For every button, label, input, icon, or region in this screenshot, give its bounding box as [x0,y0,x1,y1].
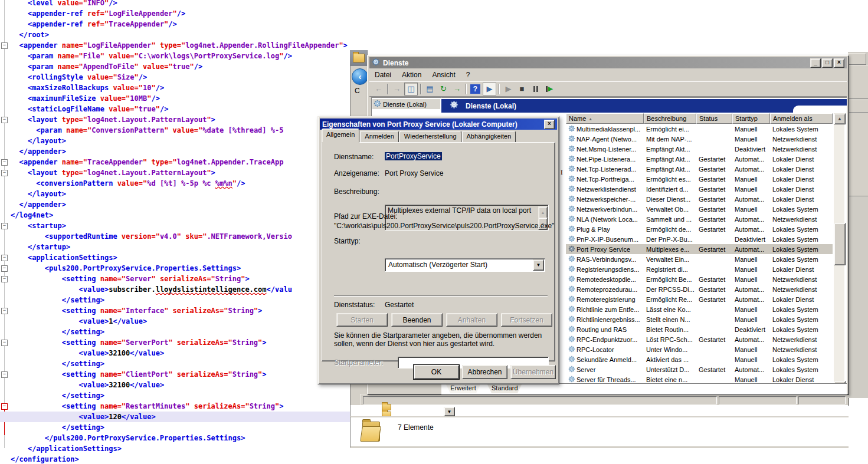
code-line[interactable]: </puls200.PortProxyService.Properties.Se… [0,433,361,443]
starttyp-combobox[interactable]: Automatisch (Verzögerter Start) ▼ [385,258,545,272]
menu-item-0[interactable]: Datei [369,70,397,80]
code-line[interactable]: <puls200.PortProxyService.Properties.Set… [0,263,361,274]
code-line[interactable]: <appender name="LogFileAppender" type="l… [0,40,361,51]
code-line[interactable]: <appender name="TraceAppender" type="log… [0,157,361,167]
table-row[interactable]: Registrierungsdiens...Registriert di...M… [566,264,833,274]
table-row[interactable]: Port Proxy ServiceMultiplexes e...Gestar… [566,244,833,254]
table-row[interactable]: Netzwerkspeicher-...Dieser Dienst...Gest… [566,194,833,204]
properties-icon[interactable]: ▤ [424,83,436,95]
stop-service-icon[interactable]: ■ [516,83,528,95]
code-line[interactable]: </layout> [0,189,361,199]
code-line[interactable]: <staticLogFileName value="true"/> [0,104,361,114]
code-line[interactable]: </appender> [0,199,361,210]
table-row[interactable]: Remoteprozedurau...Der RPCSS-Di...Gestar… [566,284,833,294]
column-header-status[interactable]: Status [696,113,732,124]
code-line[interactable]: <value>120</value> [0,412,361,422]
code-line[interactable]: </setting> [0,327,361,337]
code-line[interactable]: <maximumFileSize value="10MB"/> [0,93,361,104]
table-row[interactable]: Net.Tcp-Portfreiga...Ermöglicht es...Ges… [566,174,833,184]
table-row[interactable]: RPC-Endpunktzuor...Löst RPC-Sch...Gestar… [566,334,833,344]
fold-toggle-icon[interactable]: − [1,159,8,166]
code-line[interactable]: <setting name="ServerPort" serializeAs="… [0,337,361,348]
column-header-starttyp[interactable]: Starttyp [732,113,770,124]
restart-service-icon[interactable]: ▶ [543,83,555,95]
menu-item-2[interactable]: Ansicht [427,70,460,80]
minimize-button[interactable]: _ [810,58,821,68]
code-line[interactable]: </appender> [0,146,361,157]
start-service-icon[interactable]: ▶ [502,83,515,95]
back-icon[interactable]: ← [372,83,385,95]
abbrechen-button[interactable]: Abbrechen [462,365,507,379]
table-row[interactable]: Netzwerkverbindun...Verwaltet Ob...Gesta… [566,204,833,214]
fold-toggle-icon[interactable]: − [1,403,8,410]
ok-button[interactable]: OK [414,365,459,379]
table-row[interactable]: Multimediaklassenpl...Ermöglicht ei...Ma… [566,124,833,134]
forward-icon[interactable]: → [391,83,403,95]
table-row[interactable]: NLA (Network Loca...Sammelt und ...Gesta… [566,214,833,224]
code-line[interactable]: <value>subscriber.lloydslistintelligence… [0,284,361,295]
pause-service-icon[interactable] [529,83,542,95]
dialog-close-button[interactable]: × [544,120,555,129]
table-row[interactable]: NAP-Agent (Netwo...Mit dem NAP-...Manuel… [566,134,833,144]
code-line[interactable]: <startup> [0,221,361,231]
code-line[interactable]: <layout type="log4net.Layout.PatternLayo… [0,114,361,125]
table-row[interactable]: Server für Threads...Bietet eine n...Man… [566,374,833,383]
maximize-button[interactable]: □ [822,58,833,68]
dienstname-value[interactable]: PortProxyService [385,152,442,160]
code-line[interactable]: <value>32100</value> [0,380,361,390]
code-line[interactable]: <value>32100</value> [0,348,361,358]
code-line[interactable]: <param name="AppendToFile" value="true"/… [0,61,361,72]
code-line[interactable]: <setting name="Server" serializeAs="Stri… [0,274,361,284]
menu-item-3[interactable]: ? [461,70,476,80]
code-line[interactable]: <supportedRuntime version="v4.0" sku=".N… [0,231,361,242]
show-console-tree-icon[interactable]: ◫ [404,83,418,96]
explorer-back-button[interactable]: ‹ [352,68,368,85]
fold-toggle-icon[interactable]: − [1,340,8,346]
code-line[interactable]: </configuration> [0,454,361,464]
code-line[interactable]: <param name="File" value="C:\work\logs\P… [0,51,361,61]
fold-toggle-icon[interactable]: − [1,117,8,123]
code-line[interactable]: <conversionPattern value="%d [%t] %-5p %… [0,178,361,189]
table-row[interactable]: NetzwerklistendienstIdentifiziert d...Ge… [566,184,833,194]
table-row[interactable]: Richtlinienergebniss...Stellt einen N...… [566,314,833,324]
table-row[interactable]: Richtlinie zum Entfe...Lässt eine Ko...M… [566,304,833,314]
column-header-beschreibung[interactable]: Beschreibung [644,113,696,124]
code-line[interactable]: <setting name="ClientPort" serializeAs="… [0,369,361,380]
menu-item-1[interactable]: Aktion [397,70,427,80]
code-line[interactable]: <appender-ref ref="TraceAppender"/> [0,19,361,29]
close-button[interactable]: × [834,58,844,68]
code-line[interactable]: </layout> [0,136,361,146]
fold-toggle-icon[interactable]: − [1,42,8,49]
code-line[interactable]: </setting> [0,358,361,369]
refresh-icon[interactable]: ↻ [437,83,450,95]
tab-allgemein[interactable]: Allgemein [322,129,359,143]
code-line[interactable]: </log4net> [0,210,361,221]
table-row[interactable]: RAS-Verbindungsv...Verwaltet Ein...Manue… [566,254,833,264]
code-line[interactable]: <level value="INFO"/> [0,0,361,8]
code-line[interactable]: <appender-ref ref="LogFileAppender"/> [0,8,361,19]
code-line[interactable]: <setting name="Interface" serializeAs="S… [0,305,361,316]
fold-toggle-icon[interactable]: − [1,308,8,314]
tree-item-dienste-lokal[interactable]: Dienste (Lokal) [372,99,440,109]
fold-toggle-icon[interactable]: − [1,276,8,282]
code-line[interactable]: <setting name="RestartMinutes" serialize… [0,401,361,412]
fold-toggle-icon[interactable]: − [1,255,8,261]
tab-abhngigkeiten[interactable]: Abhängigkeiten [462,131,516,143]
desc-scroll-up-icon[interactable]: ▲ [538,206,548,219]
code-line[interactable]: <maxSizeRollBackups value="10"/> [0,83,361,93]
code-line[interactable]: <param name="ConversionPattern" value="%… [0,125,361,136]
table-row[interactable]: RemoteregistrierungErmöglicht Re...Gesta… [566,294,833,304]
scroll-up-button[interactable]: ▲ [834,113,846,124]
code-line[interactable]: <layout type="log4net.Layout.PatternLayo… [0,167,361,178]
table-row[interactable]: Remotedesktopdie...Ermöglicht Be...Gesta… [566,274,833,284]
table-row[interactable]: Net.Tcp-Listenerad...Empfängt Akt...Gest… [566,164,833,174]
code-line[interactable]: </setting> [0,390,361,401]
table-row[interactable]: RPC-LocatorUnter Windo...ManuellNetzwerk… [566,344,833,354]
code-line[interactable]: </root> [0,29,361,40]
fold-toggle-icon[interactable]: − [1,223,8,229]
table-row[interactable]: Net.Pipe-Listenera...Empfängt Akt...Gest… [566,154,833,164]
view-tab-erweitert[interactable]: Erweitert [446,384,480,393]
fold-toggle-icon[interactable]: − [1,371,8,378]
vertical-scrollbar[interactable]: ▲ ▼ [834,113,844,391]
code-line[interactable]: </applicationSettings> [0,443,361,454]
